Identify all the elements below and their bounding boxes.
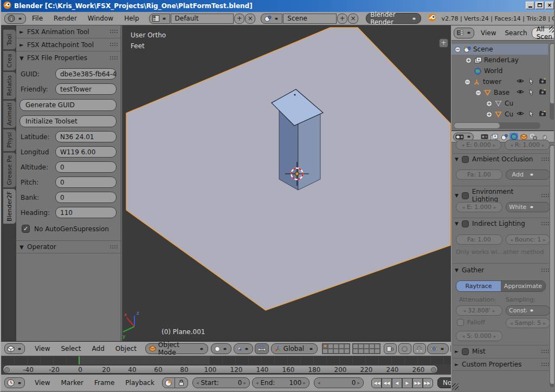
layer-toggle[interactable] <box>339 349 344 354</box>
environment-lighting-checkbox[interactable] <box>462 192 469 199</box>
panel-grip-icon[interactable] <box>109 42 118 47</box>
menu-object[interactable]: Object <box>110 345 142 352</box>
snap-element-select[interactable] <box>427 343 449 354</box>
tab-tools[interactable]: Tool <box>3 29 16 50</box>
panel-mist[interactable]: ► Mist <box>455 348 549 355</box>
tab-relations[interactable]: Relatio <box>3 71 16 100</box>
latitude-field[interactable]: N36 24.01 <box>55 131 117 142</box>
panel-gather[interactable]: ▼ Gather <box>455 266 549 274</box>
pitch-field[interactable]: 0 <box>55 177 117 188</box>
item-label[interactable]: Cu <box>505 110 513 118</box>
renderability-camera-icon[interactable] <box>539 110 546 119</box>
layer-toggle[interactable] <box>375 349 380 354</box>
menu-playback[interactable]: Playback <box>120 379 160 387</box>
outliner-row-scene[interactable]: − Scene <box>451 44 548 55</box>
pivot-point-select[interactable] <box>234 343 253 354</box>
panel-grip-icon[interactable] <box>541 157 549 162</box>
renderability-camera-icon[interactable] <box>539 78 546 87</box>
layer-toggle[interactable] <box>353 344 358 349</box>
layer-toggle[interactable] <box>322 344 328 349</box>
outliner-row-renderlayers[interactable]: + RenderLay <box>451 55 548 66</box>
increment-icon[interactable]: ▸ <box>242 380 246 386</box>
timeline-track-area[interactable] <box>1 356 451 364</box>
world-exposure-field[interactable]: ◂E: 0.000▸ <box>456 140 501 150</box>
layer-toggle[interactable] <box>369 349 375 354</box>
render-engine-select[interactable]: Blender Render <box>366 13 421 24</box>
jump-to-end-button[interactable]: ▶▶| <box>423 378 433 388</box>
env-energy-field[interactable]: ◂E: 1.000▸ <box>456 202 502 212</box>
layer-toggle[interactable] <box>328 344 333 349</box>
bank-field[interactable]: 0 <box>55 192 117 203</box>
tab-blender2fsx[interactable]: Blender2F <box>3 188 16 224</box>
collapse-icon[interactable]: − <box>475 90 481 96</box>
ruler-right-knob[interactable] <box>431 367 436 373</box>
collapse-icon[interactable]: − <box>455 47 461 53</box>
item-label[interactable]: tower <box>483 78 501 86</box>
menu-add[interactable]: Add <box>87 345 110 352</box>
panel-grip-icon[interactable] <box>541 349 549 354</box>
ruler-left-knob[interactable] <box>4 367 10 373</box>
panel-grip-icon[interactable] <box>109 245 118 250</box>
layer-toggle[interactable] <box>369 344 375 349</box>
layer-toggle[interactable] <box>333 344 339 349</box>
screen-layout-name[interactable]: Default <box>171 14 234 24</box>
increment-icon[interactable]: ▸ <box>356 380 360 386</box>
scene-icon-button[interactable] <box>261 14 282 24</box>
world-range-field[interactable]: ◂R: 1.000▸ <box>505 140 550 150</box>
current-frame-field[interactable]: ◂ 0 ▸ <box>314 377 364 388</box>
ao-blend-select[interactable]: Add <box>506 169 550 180</box>
3d-viewport[interactable]: x z y User Ortho Feet (0) Plane.001 + <box>122 25 451 341</box>
layers-group-1[interactable] <box>322 343 350 354</box>
scrollbar-thumb[interactable] <box>550 146 554 384</box>
menu-marker[interactable]: Marker <box>55 379 88 387</box>
ambient-occlusion-checkbox[interactable] <box>462 156 469 163</box>
delete-scene-button[interactable]: × <box>348 14 358 24</box>
add-scene-button[interactable]: + <box>337 14 347 24</box>
av-sync-select[interactable]: No Sync <box>437 377 451 388</box>
selectability-cursor-icon[interactable] <box>529 110 534 119</box>
menu-view[interactable]: View <box>29 379 55 387</box>
maximize-button[interactable] <box>535 2 544 9</box>
editor-type-timeline-button[interactable] <box>4 377 25 388</box>
start-frame-field[interactable]: ◂ Start: 0 ▸ <box>192 377 250 388</box>
panel-grip-icon[interactable] <box>109 29 118 34</box>
item-label[interactable]: Cu <box>505 100 513 107</box>
menu-select[interactable]: Select <box>55 345 86 352</box>
outliner-row-base[interactable]: − Base <box>451 87 548 98</box>
tab-grease-pencil[interactable]: Grease Pe <box>3 152 16 188</box>
renderability-camera-icon[interactable] <box>539 89 546 97</box>
scene-lock-button[interactable] <box>384 343 397 354</box>
tab-physics[interactable]: Physi <box>3 129 16 152</box>
item-label[interactable]: World <box>484 67 502 75</box>
panel-custom-properties[interactable]: ► Custom Properties <box>455 361 549 368</box>
outliner-row-world[interactable]: World <box>451 66 548 76</box>
menu-help[interactable]: Help <box>119 15 144 22</box>
viewport-shading-select[interactable] <box>211 343 231 354</box>
sample-method-select[interactable]: Constant ... <box>506 305 550 316</box>
panel-operator[interactable]: ▼ Operator <box>16 240 121 253</box>
layer-toggle[interactable] <box>333 349 339 354</box>
indirect-factor-field[interactable]: Fa: 1.00 <box>456 234 502 245</box>
add-screen-button[interactable]: + <box>234 14 244 24</box>
menu-view[interactable]: View <box>29 345 55 352</box>
selectability-cursor-icon[interactable] <box>529 89 534 97</box>
layer-toggle[interactable] <box>339 344 344 349</box>
tab-animation[interactable]: Animati <box>3 100 16 128</box>
item-label[interactable]: Base <box>494 89 509 96</box>
selectability-cursor-icon[interactable] <box>529 78 534 87</box>
panel-grip-icon[interactable] <box>541 221 549 226</box>
expand-icon[interactable]: + <box>466 57 472 63</box>
play-reverse-button[interactable]: ◀ <box>392 378 402 388</box>
title-bar[interactable]: Blender [C:\Kris_Work\FSX_Projects\Rig_O… <box>1 0 555 12</box>
falloff-strength-field[interactable]: ◂S: 0.000▸ <box>456 331 502 341</box>
play-button[interactable]: ▶ <box>402 378 412 388</box>
panel-fsx-animation-tool[interactable]: ► FSX Animation Tool <box>16 25 121 38</box>
proportional-edit-button[interactable] <box>398 343 411 354</box>
expand-icon[interactable]: + <box>486 101 492 107</box>
mode-select[interactable]: Object Mode <box>145 343 208 354</box>
heading-field[interactable]: 110 <box>55 207 117 218</box>
screen-layout-icon-button[interactable] <box>149 14 170 24</box>
outliner-horizontal-scrollbar[interactable] <box>454 122 540 129</box>
scene-name[interactable]: Scene <box>283 14 337 24</box>
menu-search[interactable]: Search <box>500 29 531 37</box>
